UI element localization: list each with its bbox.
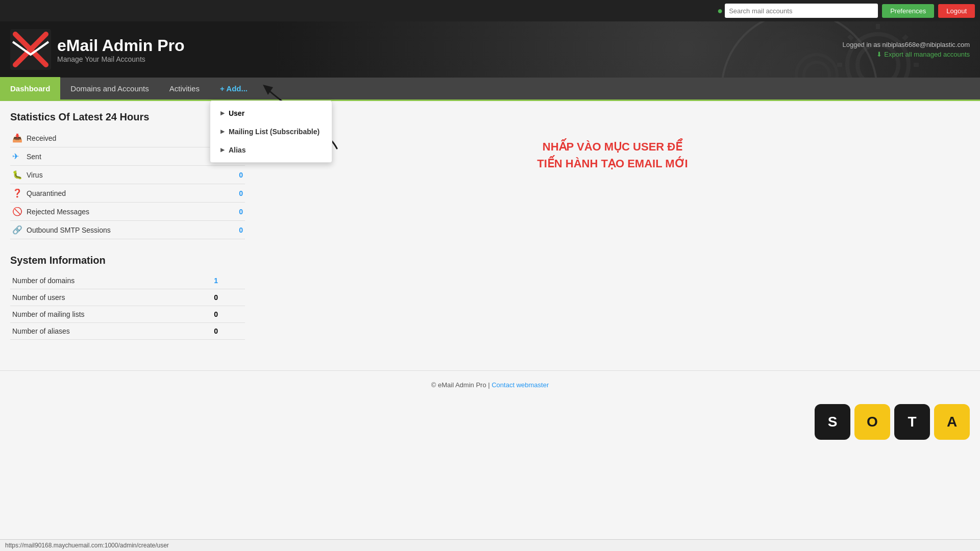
logged-in-text: Logged in as nibiplas668e@nibiplastic.co… (842, 41, 970, 48)
search-wrap: ● (717, 4, 878, 18)
search-input[interactable] (725, 4, 878, 18)
sysinfo-aliases-value: 0 (204, 323, 245, 340)
rejected-icon: 🚫 (12, 207, 22, 216)
quarantined-icon: ❓ (12, 188, 22, 198)
svg-point-10 (796, 55, 837, 78)
sota-logos: S O T A (0, 399, 980, 450)
sysinfo-mailing-value: 0 (204, 306, 245, 323)
nav-add[interactable]: + Add... ▶ User ▶ Mailing List (Subscrib… (210, 77, 258, 101)
header-right: Logged in as nibiplas668e@nibiplastic.co… (842, 41, 970, 58)
annotation-text: NHẤP VÀO MỤC USER ĐỂ TIẾN HÀNH TẠO EMAIL… (255, 138, 970, 172)
svg-line-8 (903, 36, 907, 39)
preferences-button[interactable]: Preferences (882, 4, 934, 18)
arrow-icon: ▶ (220, 110, 225, 116)
sysinfo-table: Number of domains 1 Number of users 0 Nu… (10, 272, 245, 340)
stat-outbound-label: Outbound SMTP Sessions (24, 221, 227, 239)
sysinfo-aliases-label: Number of aliases (10, 323, 204, 340)
footer: © eMail Admin Pro | Contact webmaster (0, 370, 980, 399)
stat-received-label: Received (24, 129, 227, 147)
stat-outbound: 🔗 Outbound SMTP Sessions 0 (10, 221, 245, 239)
stat-virus: 🐛 Virus 0 (10, 166, 245, 184)
add-dropdown-menu: ▶ User ▶ Mailing List (Subscribable) ▶ A… (210, 101, 332, 163)
sysinfo-domains-label: Number of domains (10, 272, 204, 289)
stat-virus-label: Virus (24, 166, 227, 184)
sysinfo-users-value: 0 (204, 289, 245, 306)
dropdown-user[interactable]: ▶ User (210, 104, 332, 122)
sysinfo-mailing: Number of mailing lists 0 (10, 306, 245, 323)
sysinfo-domains-value: 1 (204, 272, 245, 289)
top-recipients-title: Top Recipients (255, 111, 970, 123)
sysinfo-users-label: Number of users (10, 289, 204, 306)
stat-quarantined-value: 0 (227, 184, 245, 203)
stat-quarantined-label: Quarantined (24, 184, 227, 203)
sota-o-logo: O (854, 404, 890, 440)
sysinfo-domains: Number of domains 1 (10, 272, 245, 289)
search-icon: ● (717, 6, 723, 16)
annotation-area: NHẤP VÀO MỤC USER ĐỂ TIẾN HÀNH TẠO EMAIL… (255, 138, 970, 172)
logo-icon (10, 29, 51, 70)
received-icon: 📥 (12, 133, 22, 143)
nav-dashboard[interactable]: Dashboard (0, 77, 60, 101)
app-name: eMail Admin Pro (57, 36, 185, 55)
footer-contact-link[interactable]: Contact webmaster (492, 381, 549, 389)
sysinfo-aliases: Number of aliases 0 (10, 323, 245, 340)
arrow-icon-2: ▶ (220, 129, 225, 134)
sysinfo-mailing-label: Number of mailing lists (10, 306, 204, 323)
sysinfo-users: Number of users 0 (10, 289, 245, 306)
stat-outbound-value: 0 (227, 221, 245, 239)
main-content: Statistics Of Latest 24 Hours 📥 Received… (0, 101, 980, 350)
stat-virus-value: 0 (227, 166, 245, 184)
app-tagline: Manage Your Mail Accounts (57, 55, 185, 63)
outbound-icon: 🔗 (12, 225, 22, 235)
app-logo-area: eMail Admin Pro Manage Your Mail Account… (10, 29, 185, 70)
stat-sent-label: Sent (24, 147, 227, 166)
nav-domains[interactable]: Domains and Accounts (60, 77, 159, 101)
dropdown-mailing-list[interactable]: ▶ Mailing List (Subscribable) (210, 122, 332, 141)
header: eMail Admin Pro Manage Your Mail Account… (0, 21, 980, 78)
sota-a-logo: A (934, 404, 970, 440)
navbar: Dashboard Domains and Accounts Activitie… (0, 78, 980, 101)
dropdown-alias[interactable]: ▶ Alias (210, 141, 332, 159)
sota-s-logo: S (815, 404, 850, 440)
arrow-icon-3: ▶ (220, 147, 225, 153)
sysinfo-title: System Information (10, 255, 245, 266)
nav-add-label: + Add... (220, 84, 248, 93)
stat-rejected: 🚫 Rejected Messages 0 (10, 203, 245, 221)
sys-info-section: System Information Number of domains 1 N… (10, 255, 245, 340)
stat-rejected-value: 0 (227, 203, 245, 221)
sota-t-logo: T (894, 404, 930, 440)
nav-activities[interactable]: Activities (159, 77, 210, 101)
sent-icon: ✈ (12, 152, 19, 161)
header-title: eMail Admin Pro Manage Your Mail Account… (57, 36, 185, 63)
stat-quarantined: ❓ Quarantined 0 (10, 184, 245, 203)
export-link[interactable]: ⬇ Export all managed accounts (842, 51, 970, 58)
logout-button[interactable]: Logout (938, 4, 975, 18)
virus-icon: 🐛 (12, 170, 22, 180)
stat-rejected-label: Rejected Messages (24, 203, 227, 221)
footer-copyright: © eMail Admin Pro (431, 381, 486, 389)
svg-point-11 (804, 62, 829, 78)
download-icon: ⬇ (876, 51, 882, 58)
right-panel: Top Recipients NHẤP VÀO MỤC USER ĐỂ TIẾN… (255, 111, 970, 340)
topbar: ● Preferences Logout (0, 0, 980, 21)
svg-line-6 (849, 36, 852, 39)
